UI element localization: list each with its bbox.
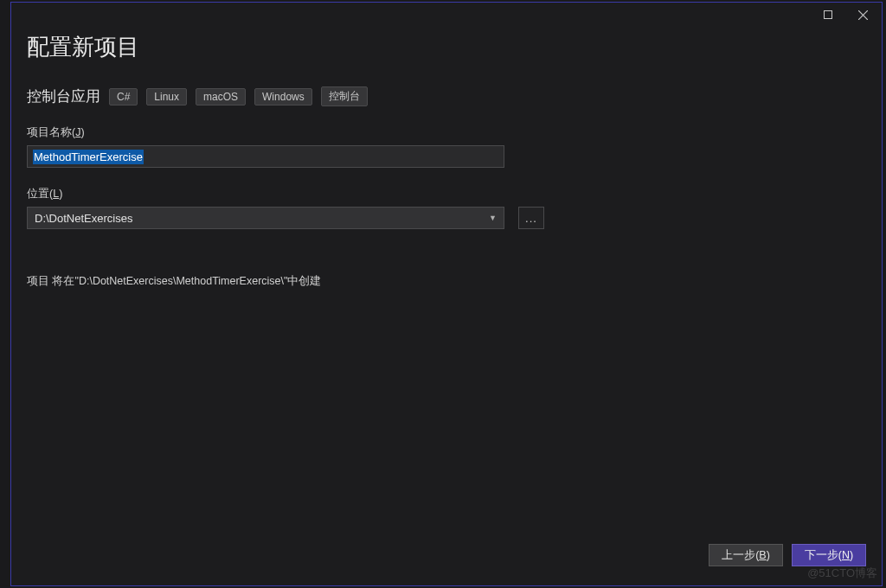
project-type-label: 控制台应用	[27, 86, 100, 106]
square-icon	[824, 10, 832, 19]
location-group: 位置(L) D:\DotNetExercises ▼ ...	[27, 187, 866, 229]
project-name-input[interactable]: MethodTimerExercise	[27, 145, 504, 168]
project-name-group: 项目名称(J) MethodTimerExercise	[27, 125, 866, 168]
dialog-content: 配置新项目 控制台应用 C# Linux macOS Windows 控制台 项…	[11, 27, 882, 534]
back-button[interactable]: 上一步(B)	[709, 544, 783, 566]
svg-rect-0	[825, 11, 832, 19]
project-name-label: 项目名称(J)	[27, 125, 866, 140]
tag-windows: Windows	[254, 88, 312, 105]
configure-project-dialog: 配置新项目 控制台应用 C# Linux macOS Windows 控制台 项…	[10, 2, 883, 586]
creation-path-info: 项目 将在"D:\DotNetExercises\MethodTimerExer…	[27, 274, 866, 289]
browse-button[interactable]: ...	[518, 207, 544, 229]
location-select[interactable]: D:\DotNetExercises ▼	[27, 207, 504, 229]
project-name-value: MethodTimerExercise	[33, 150, 144, 164]
location-label: 位置(L)	[27, 187, 866, 201]
tag-console: 控制台	[321, 86, 368, 106]
next-button[interactable]: 下一步(N)	[792, 544, 866, 566]
titlebar	[11, 3, 882, 27]
location-value: D:\DotNetExercises	[35, 212, 132, 225]
tag-macos: macOS	[196, 88, 246, 105]
close-button[interactable]	[845, 3, 880, 27]
page-title: 配置新项目	[27, 32, 866, 62]
tag-csharp: C#	[109, 88, 138, 105]
subtitle-row: 控制台应用 C# Linux macOS Windows 控制台	[27, 86, 866, 106]
dialog-footer: 上一步(B) 下一步(N)	[11, 534, 882, 585]
chevron-down-icon: ▼	[489, 214, 497, 222]
close-icon	[858, 10, 868, 20]
maximize-button[interactable]	[811, 3, 845, 27]
tag-linux: Linux	[146, 88, 187, 105]
location-row: D:\DotNetExercises ▼ ...	[27, 207, 866, 229]
